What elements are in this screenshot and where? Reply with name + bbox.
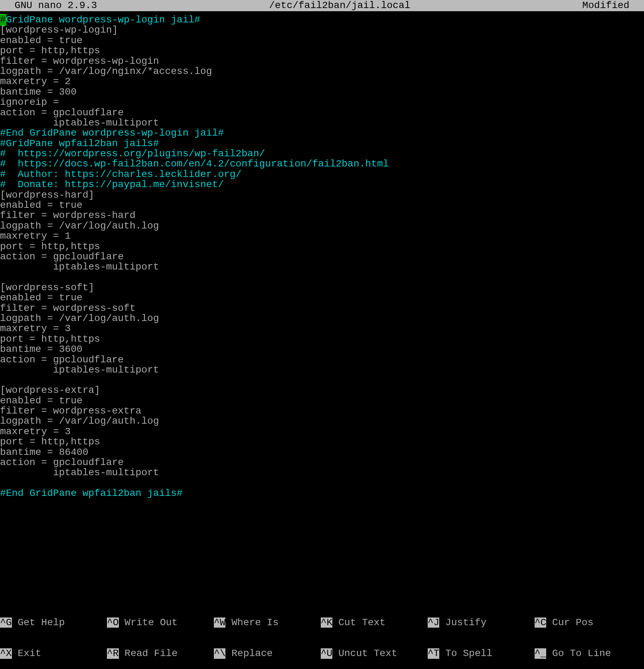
shortcut-key: ^O	[107, 617, 119, 628]
editor-line[interactable]	[0, 478, 644, 488]
editor-line[interactable]: enabled = true	[0, 35, 644, 46]
file-path: /etc/fail2ban/jail.local	[97, 0, 582, 11]
editor-line[interactable]: action = gpcloudflare	[0, 108, 644, 118]
editor-line[interactable]: maxretry = 3	[0, 426, 644, 437]
shortcut[interactable]: ^C Cur Pos	[535, 617, 642, 628]
editor-line[interactable]: bantime = 3600	[0, 344, 644, 354]
editor-line[interactable]: bantime = 300	[0, 87, 644, 97]
comment-text: GridPane wordpress-wp-login jail#	[6, 14, 201, 25]
shortcut-row-1: ^G Get Help^O Write Out^W Where Is^K Cut…	[0, 617, 644, 628]
shortcut[interactable]: ^J Justify	[428, 617, 535, 628]
shortcut[interactable]: ^W Where Is	[214, 617, 321, 628]
shortcut[interactable]: ^G Get Help	[0, 617, 107, 628]
editor-line[interactable]: filter = wordpress-wp-login	[0, 56, 644, 66]
editor-line[interactable]	[0, 272, 644, 282]
comment-text: # Author: https://charles.lecklider.org/	[0, 169, 242, 180]
shortcut-key: ^U	[321, 648, 333, 658]
shortcut-key: ^\	[214, 648, 226, 658]
shortcut-key: ^T	[428, 648, 440, 658]
shortcut-key: ^G	[0, 617, 12, 628]
editor-line[interactable]: iptables-multiport	[0, 365, 644, 375]
shortcut-label: Cut Text	[332, 617, 385, 628]
editor-line[interactable]: port = http,https	[0, 334, 644, 344]
comment-text: # https://wordpress.org/plugins/wp-fail2…	[0, 148, 265, 159]
editor-line[interactable]: # https://wordpress.org/plugins/wp-fail2…	[0, 149, 644, 159]
editor-line[interactable]: #End GridPane wpfail2ban jails#	[0, 488, 644, 498]
editor-line[interactable]: enabled = true	[0, 200, 644, 210]
editor-line[interactable]: #GridPane wordpress-wp-login jail#	[0, 15, 644, 25]
shortcut[interactable]: ^K Cut Text	[321, 617, 428, 628]
editor-line[interactable]: filter = wordpress-hard	[0, 210, 644, 220]
shortcut-key: ^_	[535, 648, 547, 658]
editor-line[interactable]	[0, 375, 644, 385]
shortcut[interactable]: ^U Uncut Text	[321, 648, 428, 658]
shortcut-row-2: ^X Exit^R Read File^\ Replace^U Uncut Te…	[0, 648, 644, 658]
editor-line[interactable]: bantime = 86400	[0, 447, 644, 457]
shortcut-key: ^J	[428, 617, 440, 628]
editor-line[interactable]: logpath = /var/log/auth.log	[0, 221, 644, 231]
editor-name: GNU nano 2.9.3	[3, 0, 97, 11]
shortcut[interactable]: ^T To Spell	[428, 648, 535, 658]
shortcut[interactable]: ^\ Replace	[214, 648, 321, 658]
editor-line[interactable]: iptables-multiport	[0, 262, 644, 272]
editor-line[interactable]: maxretry = 3	[0, 323, 644, 334]
shortcut[interactable]: ^_ Go To Line	[535, 648, 642, 658]
editor-line[interactable]: port = http,https	[0, 241, 644, 252]
comment-text: #End GridPane wordpress-wp-login jail#	[0, 128, 224, 138]
editor-line[interactable]: ignoreip =	[0, 97, 644, 107]
editor-line[interactable]: action = gpcloudflare	[0, 252, 644, 262]
comment-text: # https://docs.wp-fail2ban.com/en/4.2/co…	[0, 158, 389, 169]
shortcut-key: ^C	[535, 617, 547, 628]
cursor: #	[0, 14, 6, 25]
shortcut-label: Get Help	[12, 617, 65, 628]
editor-line[interactable]: logpath = /var/log/auth.log	[0, 313, 644, 323]
editor-line[interactable]: iptables-multiport	[0, 118, 644, 128]
shortcut-key: ^R	[107, 648, 119, 658]
shortcut-label: Replace	[225, 648, 272, 658]
editor-line[interactable]: [wordpress-wp-login]	[0, 25, 644, 35]
comment-text: # Donate: https://paypal.me/invisnet/	[0, 179, 224, 190]
shortcut-label: Go To Line	[546, 648, 611, 658]
comment-text: #GridPane wpfail2ban jails#	[0, 138, 159, 149]
editor-line[interactable]: # Donate: https://paypal.me/invisnet/	[0, 179, 644, 190]
editor-line[interactable]: logpath = /var/log/nginx/*access.log	[0, 66, 644, 76]
shortcut[interactable]: ^R Read File	[107, 648, 214, 658]
shortcut-label: Justify	[439, 617, 486, 628]
shortcut-key: ^X	[0, 648, 12, 658]
editor-line[interactable]: filter = wordpress-soft	[0, 303, 644, 313]
shortcut[interactable]: ^X Exit	[0, 648, 107, 658]
file-status: Modified	[582, 0, 641, 11]
editor-line[interactable]: [wordpress-extra]	[0, 385, 644, 395]
shortcut-label: Read File	[119, 648, 178, 658]
editor-line[interactable]: [wordpress-soft]	[0, 282, 644, 293]
editor-line[interactable]: [wordpress-hard]	[0, 190, 644, 200]
editor-line[interactable]: logpath = /var/log/auth.log	[0, 416, 644, 426]
editor-line[interactable]: enabled = true	[0, 293, 644, 303]
shortcut-label: Where Is	[225, 617, 278, 628]
shortcut-label: Write Out	[119, 617, 178, 628]
editor-line[interactable]: # Author: https://charles.lecklider.org/	[0, 169, 644, 179]
shortcut-label: To Spell	[439, 648, 492, 658]
shortcut-key: ^K	[321, 617, 333, 628]
editor-line[interactable]: #End GridPane wordpress-wp-login jail#	[0, 128, 644, 138]
editor-footer: ^G Get Help^O Write Out^W Where Is^K Cut…	[0, 597, 644, 669]
shortcut-label: Cur Pos	[546, 617, 593, 628]
editor-line[interactable]: action = gpcloudflare	[0, 355, 644, 365]
editor-line[interactable]: action = gpcloudflare	[0, 457, 644, 467]
editor-line[interactable]: maxretry = 1	[0, 231, 644, 241]
editor-line[interactable]: # https://docs.wp-fail2ban.com/en/4.2/co…	[0, 159, 644, 169]
editor-line[interactable]: iptables-multiport	[0, 467, 644, 478]
shortcut[interactable]: ^O Write Out	[107, 617, 214, 628]
editor-titlebar: GNU nano 2.9.3 /etc/fail2ban/jail.local …	[0, 0, 644, 11]
shortcut-label: Exit	[12, 648, 41, 658]
editor-line[interactable]: port = http,https	[0, 437, 644, 447]
shortcut-label: Uncut Text	[332, 648, 397, 658]
editor-line[interactable]: maxretry = 2	[0, 76, 644, 87]
editor-line[interactable]: enabled = true	[0, 396, 644, 406]
editor-line[interactable]: port = http,https	[0, 46, 644, 56]
editor-content[interactable]: #GridPane wordpress-wp-login jail#[wordp…	[0, 11, 644, 498]
comment-text: #End GridPane wpfail2ban jails#	[0, 488, 183, 499]
editor-line[interactable]: #GridPane wpfail2ban jails#	[0, 138, 644, 149]
shortcut-key: ^W	[214, 617, 226, 628]
editor-line[interactable]: filter = wordpress-extra	[0, 406, 644, 416]
